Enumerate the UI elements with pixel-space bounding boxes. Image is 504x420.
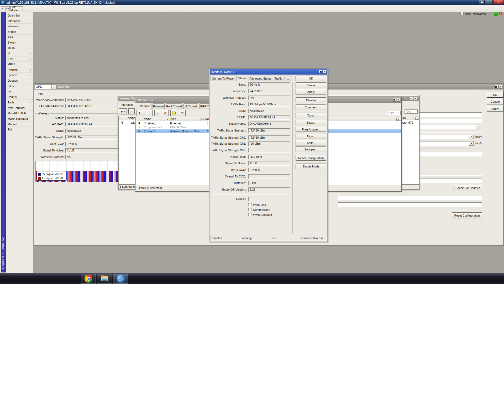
ok-button[interactable]: OK <box>296 76 326 81</box>
taskbar-chrome-button[interactable] <box>81 274 96 284</box>
config-field[interactable] <box>338 196 482 200</box>
sidebar-item-system[interactable]: System▷ <box>7 73 33 78</box>
sidebar-item-metarouter[interactable]: MetaROUTER <box>7 111 33 116</box>
filter-button[interactable] <box>179 110 186 116</box>
filter-dropdown-button[interactable]: ▼ <box>415 117 419 120</box>
hide-passwords-checkbox[interactable]: ✓ <box>460 12 464 15</box>
sidebar-item-routing[interactable]: Routing▷ <box>7 67 33 73</box>
sidebar-item-log[interactable]: Log <box>7 89 33 94</box>
txrx-signal-ch0-field[interactable]: -72/-69 dBm <box>248 135 290 140</box>
find-input[interactable] <box>405 109 418 114</box>
tab-eoip-tunnel[interactable]: EoIP Tunnel <box>166 103 182 109</box>
sidebar-item-tools[interactable]: Tools▷ <box>7 100 33 105</box>
restore-button[interactable] <box>485 0 493 4</box>
sidebar-item-bridge[interactable]: Bridge <box>7 29 33 35</box>
sidebar-item-queues[interactable]: Queues <box>7 78 33 83</box>
cancel-button[interactable]: Cancel <box>296 82 326 88</box>
txrx-ccq-field[interactable]: 27/80 % <box>248 168 290 172</box>
sidebar-item-manual[interactable]: Manual <box>7 122 33 127</box>
overall-tx-ccq-field[interactable] <box>248 174 290 179</box>
snooper-button[interactable]: Snooper... <box>296 146 326 152</box>
comment-button[interactable] <box>170 110 177 116</box>
taskbar-winbox-button[interactable] <box>113 274 128 284</box>
last-ip-field[interactable] <box>248 197 290 201</box>
sidebar-item-quick-set[interactable]: Quick Set <box>7 13 33 18</box>
tab-interface[interactable]: Interface <box>137 103 151 109</box>
reset-configuration-button[interactable]: Reset Configuration <box>452 212 482 218</box>
sidebar-item-new-terminal[interactable]: New Terminal <box>7 105 33 111</box>
spinner-control[interactable]: ▲▼ <box>477 124 481 129</box>
tab-interfaces[interactable]: Interfaces <box>119 102 135 107</box>
sidebar-item-radius[interactable]: Radius <box>7 94 33 100</box>
sidebar-item-mesh[interactable]: Mesh <box>7 45 33 51</box>
unit-dropdown-button[interactable]: ▼ <box>469 135 474 139</box>
close-button[interactable]: × <box>323 70 326 74</box>
radio-name-field[interactable]: D4CA6D9D6941 <box>248 122 290 126</box>
bssid-field[interactable]: D4:CA:6D:9D:69:41 <box>248 115 290 120</box>
column-header-type[interactable]: Type <box>170 117 176 120</box>
close-button[interactable]: × <box>397 98 400 102</box>
tab-more[interactable]: ... <box>285 76 291 81</box>
add-button[interactable]: +▼ <box>136 110 145 116</box>
remove-button[interactable]: − <box>128 108 135 114</box>
frequency-field[interactable]: 2432 MHz <box>248 89 290 93</box>
quickset-mode-select[interactable]: CPE <box>35 85 51 89</box>
sidebar-item-ip[interactable]: IP▷ <box>7 51 33 56</box>
safe-mode-button[interactable]: Safe Mode <box>10 6 23 11</box>
band-field[interactable]: 2GHz-N <box>248 82 290 87</box>
minimize-button[interactable] <box>479 0 485 4</box>
taskbar-explorer-button[interactable] <box>97 274 112 284</box>
close-button[interactable]: × <box>414 97 417 100</box>
column-header-name[interactable]: Name <box>144 117 151 120</box>
add-button[interactable]: +▼ <box>119 108 127 114</box>
check-for-updates-button[interactable]: Check For Updates <box>454 185 482 191</box>
align-button[interactable]: Align... <box>296 134 326 139</box>
sidebar-item-mpls[interactable]: MPLS▷ <box>7 62 33 67</box>
noise-floor-field[interactable]: -110 dBm <box>248 155 290 159</box>
tab-advanced-status[interactable]: Advanced Status <box>249 76 272 81</box>
txrx-signal-ch1-field[interactable]: -96 dBm <box>248 141 290 146</box>
dialog-titlebar[interactable]: Interface <wlan1> <box>210 69 327 75</box>
routeros-version-field[interactable]: 6.26 <box>248 187 290 192</box>
freq-usage-button[interactable]: Freq. Usage... <box>296 127 326 132</box>
compression-checkbox[interactable] <box>248 208 251 211</box>
apply-button[interactable]: Apply <box>487 106 503 112</box>
sidebar-item-wireless[interactable]: Wireless <box>7 24 33 29</box>
maximize-button[interactable] <box>495 85 498 88</box>
find-input[interactable] <box>387 111 401 115</box>
close-button[interactable]: × <box>498 85 502 88</box>
ssid-field[interactable]: NesterMT2 <box>248 109 290 113</box>
ok-button[interactable]: OK <box>487 92 503 98</box>
sidebar-item-exit[interactable]: Exit <box>7 127 33 132</box>
wds-link-checkbox[interactable] <box>248 203 251 206</box>
tab-traffic[interactable]: Traffic <box>273 76 284 81</box>
sidebar-item-interfaces[interactable]: Interfaces <box>7 18 33 24</box>
redo-button[interactable]: ↷ <box>6 6 10 11</box>
sidebar-item-files[interactable]: Files <box>7 83 33 89</box>
tab-ethernet[interactable]: Ethernet <box>153 103 165 109</box>
simple-mode-button[interactable]: Simple Mode <box>296 164 326 169</box>
undo-button[interactable]: ↶ <box>1 6 5 11</box>
maximize-button[interactable] <box>410 97 413 100</box>
signal-to-noise-field[interactable]: 41 dB <box>248 161 290 166</box>
quickset-mode-dropdown-button[interactable]: ▼ <box>51 85 56 89</box>
disable-button[interactable]: Disable <box>296 97 326 103</box>
txrx-signal-field[interactable]: -72/-69 dBm <box>248 128 290 133</box>
tab-status[interactable]: Status <box>237 75 248 81</box>
wmm-enabled-checkbox[interactable] <box>248 213 251 216</box>
remove-button[interactable]: − <box>146 110 153 116</box>
column-header-name[interactable]: Name <box>128 116 135 119</box>
sidebar-item-ppp[interactable]: PPP <box>7 35 33 40</box>
comment-button[interactable]: Comment <box>296 104 326 110</box>
unit-dropdown-button[interactable]: ▼ <box>469 141 474 146</box>
tab-current-tx-power[interactable]: Current Tx Power <box>211 76 236 81</box>
apply-button[interactable]: Apply <box>296 89 326 94</box>
close-button[interactable]: × <box>493 0 504 4</box>
sniff-button[interactable]: Sniff... <box>296 140 326 145</box>
config-field[interactable] <box>338 202 482 207</box>
scan-button[interactable]: Scan... <box>296 120 326 125</box>
sidebar-item-make-supout[interactable]: Make Supout.rif <box>7 116 33 122</box>
txrx-signal-ch2-field[interactable] <box>248 148 290 153</box>
disable-button[interactable]: × <box>162 110 169 116</box>
sidebar-item-ipv6[interactable]: IPv6▷ <box>7 56 33 62</box>
